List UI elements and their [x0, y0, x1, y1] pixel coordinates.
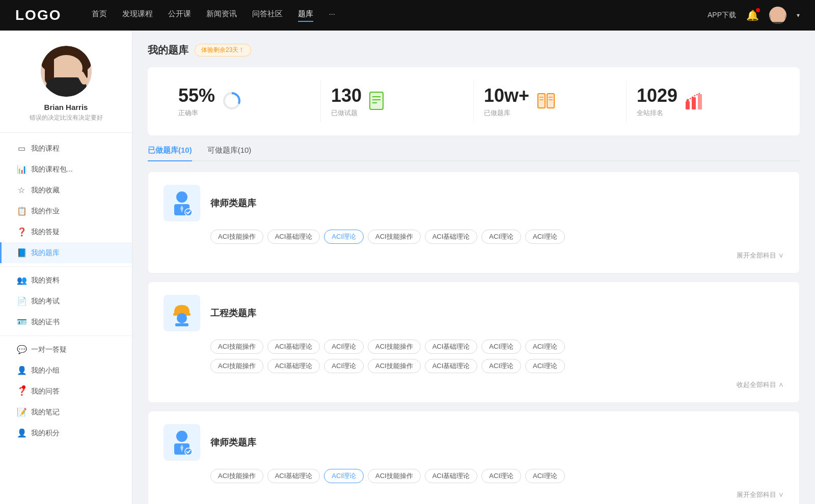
bank-tag[interactable]: ACI技能操作 [210, 230, 263, 244]
bank-tag[interactable]: ACI技能操作 [210, 340, 263, 354]
sidebar-item-my-data[interactable]: 👥 我的资料 [0, 270, 132, 291]
bank-header-1: 律师类题库 [164, 185, 784, 221]
accuracy-number: 55% [178, 85, 215, 106]
tab-done[interactable]: 已做题库(10) [148, 146, 192, 161]
bank-tag[interactable]: ACI理论 [324, 359, 364, 373]
bank-tag[interactable]: ACI基础理论 [425, 230, 478, 244]
nav-item-bank[interactable]: 题库 [298, 9, 313, 22]
stats-row: 55% 正确率 130 已做试题 [148, 67, 800, 135]
cert-icon: 🪪 [17, 317, 26, 327]
bank-tag[interactable]: ACI基础理论 [267, 340, 320, 354]
sidebar-item-my-exam[interactable]: 📄 我的考试 [0, 291, 132, 312]
bank-footer-3: 展开全部科目 ∨ [164, 488, 784, 499]
bank-tag[interactable]: ACI技能操作 [210, 469, 263, 483]
tab-todo[interactable]: 可做题库(10) [207, 146, 252, 161]
bank-tag[interactable]: ACI基础理论 [425, 359, 478, 373]
oneonone-icon: 💬 [17, 345, 26, 354]
sidebar-item-label: 我的积分 [31, 429, 60, 438]
bell-button[interactable]: 🔔 [746, 9, 759, 21]
bank-card-1: 律师类题库 ACI技能操作 ACI基础理论 ACI理论 ACI技能操作 ACI基… [148, 172, 800, 273]
sidebar-item-my-bank[interactable]: 📘 我的题库 [0, 242, 132, 263]
content-tabs: 已做题库(10) 可做题库(10) [148, 146, 800, 161]
bank-tag[interactable]: ACI理论 [481, 359, 521, 373]
sidebar-profile: Brian Harris 错误的决定比没有决定要好 [0, 46, 132, 133]
bank-tag[interactable]: ACI理论 [525, 340, 565, 354]
sidebar-item-label: 我的收藏 [31, 186, 60, 195]
sidebar-item-my-points[interactable]: 👤 我的积分 [0, 423, 132, 443]
main-header: 我的题库 体验剩余23天！ [148, 43, 800, 57]
data-icon: 👥 [17, 275, 26, 285]
nav-item-news[interactable]: 新闻资讯 [206, 9, 237, 22]
bank-tag[interactable]: ACI理论 [525, 469, 565, 483]
sidebar-item-my-note[interactable]: 📝 我的笔记 [0, 402, 132, 423]
bank-tag[interactable]: ACI技能操作 [368, 230, 421, 244]
svg-rect-3 [370, 92, 383, 109]
lawyer-icon-2 [169, 429, 195, 456]
user-menu-chevron[interactable]: ▾ [797, 12, 800, 19]
page-title: 我的题库 [148, 43, 188, 57]
collapse-button-2[interactable]: 收起全部科目 ∧ [737, 380, 784, 389]
bank-tag[interactable]: ACI基础理论 [267, 230, 320, 244]
sidebar-item-my-favorite[interactable]: ☆ 我的收藏 [0, 180, 132, 201]
sidebar-item-my-cert[interactable]: 🪪 我的证书 [0, 312, 132, 332]
bank-tag[interactable]: ACI基础理论 [425, 469, 478, 483]
bank-tag[interactable]: ACI技能操作 [368, 340, 421, 354]
svg-rect-18 [698, 94, 702, 109]
accuracy-icon [222, 91, 241, 112]
bank-tag[interactable]: ACI理论 [525, 230, 565, 244]
bank-tag[interactable]: ACI理论 [525, 359, 565, 373]
user-avatar[interactable] [769, 7, 786, 24]
bank-tag[interactable]: ACI理论 [481, 340, 521, 354]
bank-header-3: 律师类题库 [164, 424, 784, 461]
sidebar-item-label: 我的考试 [31, 297, 60, 306]
navbar-nav: 首页 发现课程 公开课 新闻资讯 问答社区 题库 ··· [92, 9, 708, 22]
ranking-value: 1029 全站排名 [637, 85, 677, 118]
bank-tag[interactable]: ACI理论 [481, 469, 521, 483]
svg-rect-26 [175, 323, 188, 326]
bank-tag-active[interactable]: ACI理论 [324, 230, 364, 244]
sidebar-menu: ▭ 我的课程 📊 我的课程包... ☆ 我的收藏 📋 我的作业 ❓ 我的答疑 📘 [0, 133, 132, 449]
sidebar-item-my-answer[interactable]: ❓ 我的问答 [0, 381, 132, 402]
bank-card-3: 律师类题库 ACI技能操作 ACI基础理论 ACI理论 ACI技能操作 ACI基… [148, 411, 800, 504]
sidebar-item-my-homework[interactable]: 📋 我的作业 [0, 201, 132, 221]
sidebar-item-my-course[interactable]: ▭ 我的课程 [0, 138, 132, 159]
bar-icon [685, 91, 703, 110]
sidebar-item-my-package[interactable]: 📊 我的课程包... [0, 159, 132, 180]
navbar: LOGO 首页 发现课程 公开课 新闻资讯 问答社区 题库 ··· APP下载 … [0, 0, 815, 31]
bank-tag[interactable]: ACI技能操作 [368, 469, 421, 483]
sidebar-item-my-group[interactable]: 👤 我的小组 [0, 360, 132, 381]
bank-tag[interactable]: ACI基础理论 [267, 469, 320, 483]
svg-rect-8 [538, 94, 545, 108]
expand-button-1[interactable]: 展开全部科目 ∨ [737, 251, 784, 260]
accuracy-label: 正确率 [178, 108, 215, 118]
bank-tag[interactable]: ACI基础理论 [267, 359, 320, 373]
sidebar-item-label: 我的问答 [31, 387, 60, 396]
sidebar-item-my-question[interactable]: ❓ 我的答疑 [0, 221, 132, 242]
done-banks-value: 10w+ 已做题库 [484, 85, 529, 118]
lawyer-icon [169, 190, 195, 216]
bank-tag[interactable]: ACI基础理论 [425, 340, 478, 354]
book-icon [536, 91, 556, 110]
stat-done-questions: 130 已做试题 [321, 80, 474, 123]
bank-tag[interactable]: ACI理论 [481, 230, 521, 244]
expand-button-3[interactable]: 展开全部科目 ∨ [737, 490, 784, 499]
nav-item-open[interactable]: 公开课 [168, 9, 191, 22]
svg-rect-17 [692, 97, 696, 109]
app-download-button[interactable]: APP下载 [708, 11, 736, 20]
bank-tags-2-row2: ACI技能操作 ACI基础理论 ACI理论 ACI技能操作 ACI基础理论 AC… [164, 359, 784, 373]
bank-tag[interactable]: ACI理论 [324, 340, 364, 354]
bank-tag[interactable]: ACI技能操作 [210, 359, 263, 373]
bank-footer-2: 收起全部科目 ∧ [164, 378, 784, 389]
bank-avatar-engineer [164, 295, 200, 331]
bank-name-2: 工程类题库 [210, 307, 256, 319]
nav-item-more[interactable]: ··· [329, 9, 335, 22]
nav-item-home[interactable]: 首页 [92, 9, 107, 22]
sidebar-item-one-on-one[interactable]: 💬 一对一答疑 [0, 339, 132, 360]
sidebar-item-label: 一对一答疑 [31, 345, 67, 354]
bank-tag[interactable]: ACI技能操作 [368, 359, 421, 373]
nav-item-qa[interactable]: 问答社区 [252, 9, 283, 22]
nav-item-discover[interactable]: 发现课程 [122, 9, 153, 22]
pie-chart-icon [222, 91, 241, 110]
bank-tag-active[interactable]: ACI理论 [324, 469, 364, 483]
done-questions-value: 130 已做试题 [331, 85, 362, 118]
